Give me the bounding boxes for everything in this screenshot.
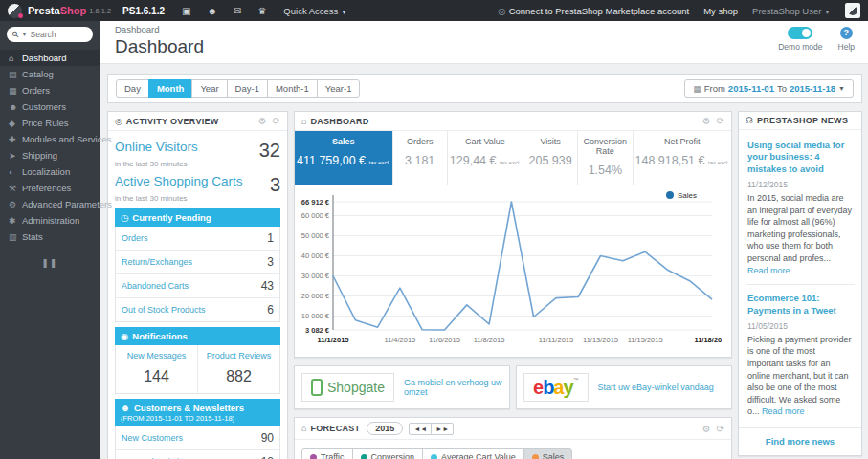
marketplace-link[interactable]: ◎Connect to PrestaShop Marketplace accou…: [498, 6, 689, 16]
chevron-down-icon: ▼: [341, 9, 347, 15]
sidebar-item-shipping[interactable]: ➤Shipping: [0, 147, 100, 164]
active-carts-link[interactable]: Active Shopping Carts: [115, 174, 243, 188]
svg-text:11/15/2015: 11/15/2015: [628, 336, 663, 344]
read-more-link[interactable]: Read more: [762, 406, 805, 416]
average-cart-value-dot-icon: [431, 454, 437, 459]
range-button-month[interactable]: Month: [148, 79, 193, 98]
chevron-down-icon: ▼: [824, 9, 831, 15]
prestashop-news-panel: ☊ PRESTASHOP NEWS Using social media for…: [738, 111, 862, 456]
forecast-toggle-conversion[interactable]: Conversion: [352, 448, 424, 459]
sidebar-item-catalog[interactable]: ▤Catalog: [0, 66, 100, 82]
refresh-icon[interactable]: ⟳: [717, 116, 724, 126]
forecast-prev-button[interactable]: ◄◄: [409, 423, 432, 435]
demo-mode-toggle[interactable]: [788, 27, 812, 39]
pending-row-orders[interactable]: Orders1: [116, 227, 279, 251]
online-visitors-link[interactable]: Online Visitors: [115, 140, 198, 154]
active-carts-value: 3: [270, 174, 280, 196]
currently-pending-header: ◷Currently Pending: [115, 208, 280, 227]
active-carts-row: Active Shopping Carts 3: [115, 174, 280, 196]
sidebar-item-advanced-parameters[interactable]: ⚙Advanced Parameters: [0, 196, 100, 212]
sidebar-search[interactable]: ⚲ ▼: [7, 27, 93, 42]
pending-row-out-of-stock-products[interactable]: Out of Stock Products6: [116, 298, 279, 321]
dashboard-panel: ⌂ DASHBOARD ⚙⟳ Sales411 759,00 € tax exc…: [294, 111, 732, 358]
kpi-tab-cart-value[interactable]: Cart Value129,44 € tax excl.: [448, 131, 523, 185]
date-range-button[interactable]: ▦ From 2015-11-01 To 2015-11-18 ▼: [684, 79, 854, 98]
help-control: ? Help: [838, 27, 855, 52]
svg-text:60 000 €: 60 000 €: [301, 211, 330, 220]
sidebar-item-price-rules[interactable]: ◆Price Rules: [0, 115, 100, 131]
ebay-logo: ebay™: [523, 373, 589, 402]
sidebar-item-dashboard[interactable]: ⌂Dashboard: [0, 50, 100, 66]
read-more-link[interactable]: Read more: [747, 266, 790, 275]
svg-text:20 000 €: 20 000 €: [301, 292, 330, 300]
forecast-panel-icon: ⌂: [301, 424, 306, 433]
trophy-icon[interactable]: ♛: [257, 6, 266, 16]
shopgate-module-card: Shopgate Ga mobiel en verhoog uw omzet: [294, 365, 510, 409]
sidebar-item-localization[interactable]: ◐Localization: [0, 164, 100, 180]
range-button-day-1[interactable]: Day-1: [227, 79, 268, 98]
help-icon[interactable]: ?: [840, 27, 853, 39]
kpi-tab-sales[interactable]: Sales411 759,00 € tax excl.: [295, 131, 393, 185]
sidebar-item-stats[interactable]: ▥Stats: [0, 229, 100, 245]
gear-icon[interactable]: ⚙: [702, 116, 711, 126]
ebay-link[interactable]: Start uw eBay-winkel vandaag: [598, 382, 714, 392]
range-button-month-1[interactable]: Month-1: [267, 79, 318, 98]
search-input[interactable]: [31, 30, 87, 39]
sidebar: ⚲ ▼ ⌂Dashboard▤Catalog▦Orders☻Customers◆…: [0, 21, 100, 459]
shopgate-logo: Shopgate: [301, 373, 394, 402]
my-shop-link[interactable]: My shop: [703, 6, 738, 16]
refresh-icon[interactable]: ⟳: [273, 116, 280, 126]
cart-icon[interactable]: ▣: [182, 6, 190, 16]
article-title[interactable]: Using social media for your business: 4 …: [747, 140, 853, 175]
chevron-down-icon: ▼: [838, 85, 845, 92]
quick-access-menu[interactable]: Quick Access ▼: [283, 6, 347, 16]
sidebar-item-orders[interactable]: ▦Orders: [0, 82, 100, 98]
pending-row-abandoned-carts[interactable]: Abandoned Carts43: [116, 274, 279, 298]
find-more-news-link[interactable]: Find more news: [739, 427, 861, 455]
customers-row-new-subscriptions[interactable]: New Subscriptions18: [116, 450, 279, 459]
svg-text:11/18/2015: 11/18/2015: [694, 336, 722, 344]
kpi-tab-orders[interactable]: Orders3 181: [393, 131, 448, 185]
forecast-panel-title: FORECAST: [310, 424, 360, 433]
forecast-year-badge[interactable]: 2015: [367, 422, 403, 435]
sidebar-item-preferences[interactable]: ⚒Preferences: [0, 180, 100, 196]
kpi-tab-visits[interactable]: Visits205 939: [523, 131, 578, 185]
kpi-tab-conversion-rate[interactable]: Conversion Rate1.54%: [578, 131, 633, 185]
article-title[interactable]: Ecommerce 101: Payments in a Tweet: [747, 293, 853, 317]
active-carts-sub: in the last 30 minutes: [115, 194, 280, 203]
avatar[interactable]: [845, 3, 860, 18]
refresh-icon[interactable]: ⟳: [717, 424, 724, 434]
rss-icon: ☊: [746, 116, 753, 125]
ebay-module-card: ebay™ Start uw eBay-winkel vandaag: [516, 365, 732, 409]
sidebar-item-customers[interactable]: ☻Customers: [0, 98, 100, 115]
messages-icon[interactable]: ✉: [234, 6, 241, 16]
gear-icon[interactable]: ⚙: [258, 116, 267, 126]
shopgate-link[interactable]: Ga mobiel en verhoog uw omzet: [404, 378, 502, 397]
sidebar-item-administration[interactable]: ✱Administration: [0, 212, 100, 229]
forecast-next-button[interactable]: ►►: [431, 423, 454, 435]
range-button-year-1[interactable]: Year-1: [317, 79, 361, 98]
brand-version: 1.6.1.2: [89, 7, 111, 15]
sales-dot-icon: [532, 454, 539, 459]
pending-row-return-exchanges[interactable]: Return/Exchanges3: [116, 251, 279, 274]
range-button-year[interactable]: Year: [191, 79, 227, 98]
customer-icon[interactable]: ☻: [207, 6, 217, 16]
news-article: Using social media for your business: 4 …: [746, 132, 855, 284]
article-excerpt: Picking a payment provider is one of the…: [747, 334, 853, 418]
search-icon: ⚲: [10, 29, 21, 40]
breadcrumb: Dashboard: [115, 24, 868, 34]
gear-icon[interactable]: ⚙: [702, 424, 711, 434]
sidebar-collapse-button[interactable]: ❚❚: [0, 258, 100, 268]
customers-row-new-customers[interactable]: New Customers90: [116, 426, 279, 450]
forecast-toggle-traffic[interactable]: Traffic: [301, 448, 353, 459]
page-title: Dashboard: [115, 36, 868, 57]
user-menu[interactable]: PrestaShop User ▼: [752, 6, 831, 16]
range-button-day[interactable]: Day: [116, 79, 149, 98]
forecast-toggle-sales[interactable]: Sales: [523, 448, 573, 459]
notification-new-messages[interactable]: New Messages144: [116, 345, 197, 393]
prestashop-logo-icon[interactable]: [8, 4, 22, 18]
sidebar-item-modules-and-services[interactable]: ✚Modules and Services: [0, 131, 100, 147]
forecast-toggle-average-cart-value[interactable]: Average Cart Value: [422, 448, 524, 459]
kpi-tab-net-profit[interactable]: Net Profit148 918,51 € tax excl.: [634, 131, 731, 185]
notification-product-reviews[interactable]: Product Reviews882: [197, 345, 279, 393]
